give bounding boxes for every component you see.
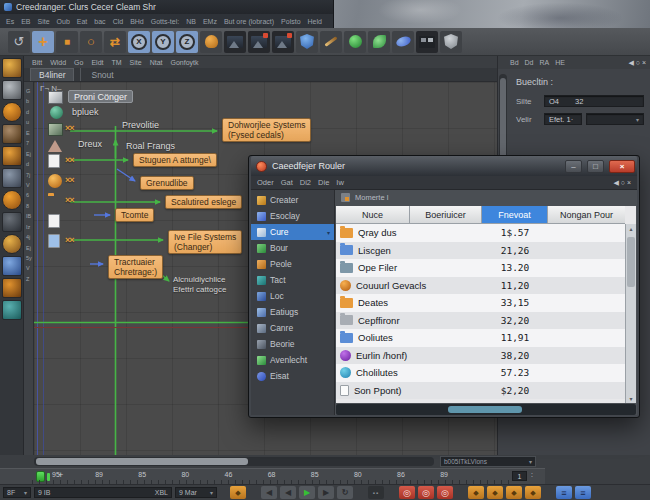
scale-icon[interactable]: [56, 31, 78, 53]
table-row[interactable]: Eurlin /honf) 38,20: [336, 347, 625, 365]
move-icon[interactable]: [32, 31, 54, 53]
loop-icon[interactable]: [337, 486, 353, 499]
dialog-nav-icons[interactable]: ◀ ○ ×: [613, 179, 631, 187]
sidebar-item-peole[interactable]: Peole: [251, 256, 334, 272]
scroll-up-icon[interactable]: ▴: [626, 225, 636, 232]
autokey-icon[interactable]: [230, 486, 246, 499]
textured-cube-node-icon[interactable]: [48, 123, 63, 136]
menu-item[interactable]: Bitt: [32, 59, 42, 66]
scroll-down-icon[interactable]: ▾: [626, 395, 636, 402]
menu-item[interactable]: EMz: [203, 18, 217, 25]
panel-nav-icons[interactable]: ◀ ○ ×: [628, 59, 646, 67]
menu-item[interactable]: Bd: [510, 59, 519, 66]
sidebar-item-creater[interactable]: Creater: [251, 192, 334, 208]
column-header-active[interactable]: Fnevoat: [482, 206, 548, 224]
menu-item[interactable]: Gat: [281, 178, 293, 187]
sidebar-item-bour[interactable]: Bour: [251, 240, 334, 256]
table-hscrollbar[interactable]: [336, 404, 636, 415]
panel-a-icon[interactable]: [556, 486, 572, 499]
table-vscrollbar[interactable]: ▴ ▾: [625, 224, 636, 403]
sidebar-item-canre[interactable]: Canre: [251, 320, 334, 336]
menu-item[interactable]: TM: [111, 59, 121, 66]
prev-frame-icon[interactable]: [280, 486, 296, 499]
node-label[interactable]: bpluek: [72, 107, 99, 117]
pen-icon[interactable]: [320, 31, 342, 53]
menu-item[interactable]: BHd: [130, 18, 144, 25]
velir-dropdown[interactable]: ▾: [586, 113, 644, 125]
left-tool-1-icon[interactable]: [2, 58, 22, 78]
table-row[interactable]: Ope Filer 13.20: [336, 259, 625, 277]
frame-field[interactable]: 8F ▾: [3, 487, 31, 498]
record-rotation-icon[interactable]: [437, 486, 453, 499]
table-row[interactable]: Qray dus 1$.57: [336, 224, 625, 242]
menu-item[interactable]: Oder: [257, 178, 274, 187]
undo-icon[interactable]: [8, 31, 30, 53]
keyframe-d-icon[interactable]: [525, 486, 541, 499]
menu-item[interactable]: Site: [130, 59, 142, 66]
play-icon[interactable]: [299, 486, 315, 499]
orange-sphere-node-icon[interactable]: [48, 174, 62, 188]
menu-item[interactable]: Dd: [525, 59, 534, 66]
close-button[interactable]: ×: [609, 160, 635, 173]
next-frame-icon[interactable]: [318, 486, 334, 499]
scrollbar-handle[interactable]: [36, 458, 248, 465]
node-label-box[interactable]: Tracrtuaier Chretrage:): [108, 255, 163, 279]
leaf-green-icon[interactable]: [368, 31, 390, 53]
sidebar-item-eatiugs[interactable]: Eatiugs: [251, 304, 334, 320]
root-node-label[interactable]: Proni Cönger: [68, 90, 133, 103]
tab-show[interactable]: Snout: [80, 68, 121, 81]
panel-b-icon[interactable]: [575, 486, 591, 499]
page-node-icon[interactable]: [48, 154, 60, 168]
keyframe-a-icon[interactable]: [468, 486, 484, 499]
menu-item[interactable]: Gotts-tel:: [151, 18, 179, 25]
frame-mini-field[interactable]: 1: [512, 471, 527, 481]
menu-item[interactable]: Di2: [300, 178, 311, 187]
menu-item[interactable]: Eat: [77, 18, 88, 25]
column-header[interactable]: Boeriuicer: [410, 206, 482, 224]
pyramid-node-icon[interactable]: [48, 140, 62, 152]
table-row[interactable]: Liscgen 21,26: [336, 242, 625, 260]
render-settings-icon[interactable]: [272, 31, 294, 53]
menu-item[interactable]: Eldt: [91, 59, 103, 66]
table-row[interactable]: Son Ppont) $2,20: [336, 382, 625, 400]
left-tool-8-icon[interactable]: [2, 212, 22, 232]
sidebar-item-esoclay[interactable]: Esoclay: [251, 208, 334, 224]
node-label-box[interactable]: Dohworjlee Systems (Fysed cedals): [222, 118, 311, 142]
table-row[interactable]: Couuurl Gevacls 11,20: [336, 277, 625, 295]
sphere-green-icon[interactable]: [344, 31, 366, 53]
menu-item[interactable]: Es: [6, 18, 14, 25]
left-tool-5-icon[interactable]: [2, 146, 22, 166]
menu-item[interactable]: Cld: [113, 18, 124, 25]
scrollbar-handle[interactable]: [627, 237, 635, 287]
node-label-box[interactable]: Tcomte: [115, 208, 154, 222]
node-label-box[interactable]: Ive File Systems (Changer): [168, 230, 242, 254]
sidebar-item-avenlecht[interactable]: Avenlecht: [251, 352, 334, 368]
render-region-icon[interactable]: [248, 31, 270, 53]
node-label-box[interactable]: Scalutired eslege: [165, 195, 242, 209]
filter-icon[interactable]: [341, 193, 350, 202]
maximize-button[interactable]: □: [587, 160, 604, 173]
menu-item[interactable]: But ore (lobract): [224, 18, 274, 25]
sidebar-item-loc[interactable]: Loc: [251, 288, 334, 304]
menu-item[interactable]: bac: [94, 18, 105, 25]
silte-field[interactable]: O4 32: [544, 95, 644, 107]
range-field[interactable]: 9 IB XBL: [34, 487, 172, 498]
dialog-titlebar[interactable]: Caeedfejer Rouler – □ ×: [251, 156, 637, 176]
menu-item[interactable]: HE: [555, 59, 565, 66]
lock-y-icon[interactable]: Y: [152, 31, 174, 53]
glove-icon[interactable]: [200, 31, 222, 53]
rotate-icon[interactable]: [80, 31, 102, 53]
left-tool-7-icon[interactable]: [2, 190, 22, 210]
sidebar-item-beorie[interactable]: Beorie: [251, 336, 334, 352]
camera-icon[interactable]: [368, 486, 384, 499]
node-label-box[interactable]: Stuguen A attunge\: [133, 153, 217, 167]
table-row[interactable]: Cholilutes 57.23: [336, 364, 625, 382]
canvas-hscrollbar[interactable]: [34, 457, 434, 466]
table-row[interactable]: Ooliutes 11,91: [336, 329, 625, 347]
left-tool-10-icon[interactable]: [2, 256, 22, 276]
menu-item[interactable]: Oub: [57, 18, 70, 25]
shield-blue-icon[interactable]: [296, 31, 318, 53]
menu-item[interactable]: Gonfoytk: [171, 59, 199, 66]
axis-swap-icon[interactable]: [104, 31, 126, 53]
menu-item[interactable]: Go: [74, 59, 83, 66]
